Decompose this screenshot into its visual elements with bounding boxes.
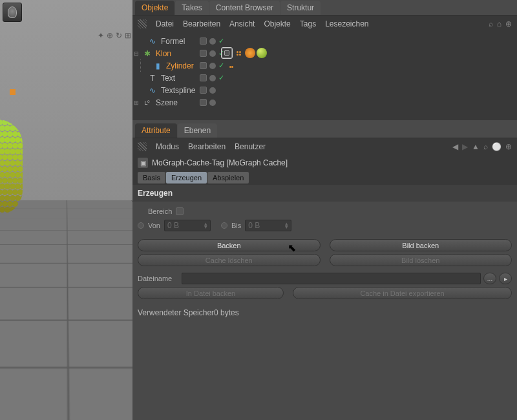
cache-export-button[interactable]: Cache in Datei exportieren [293, 287, 512, 299]
tree-item-formel[interactable]: Formel [160, 37, 185, 46]
vis-flag[interactable] [209, 50, 216, 57]
layer-flag[interactable] [200, 99, 207, 106]
bis-field[interactable]: 0 B▴▾ [245, 220, 291, 231]
vis-flag[interactable] [209, 38, 216, 45]
sub-tab-erzeugen[interactable]: Erzeugen [166, 172, 207, 184]
cloner-object-render [0, 120, 23, 215]
nav-icon-3[interactable]: ↻ [116, 31, 122, 40]
tab-layers[interactable]: Ebenen [178, 123, 217, 138]
label-von: Von [148, 222, 160, 229]
menu-file[interactable]: Datei [156, 19, 174, 28]
enable-flag[interactable]: ✓ [218, 74, 224, 82]
menu-mode[interactable]: Modus [156, 142, 179, 151]
menu-objects[interactable]: Objekte [264, 19, 290, 28]
menu-edit[interactable]: Bearbeiten [188, 142, 226, 151]
child-tag-icon[interactable] [229, 61, 233, 70]
tab-objects[interactable]: Objekte [135, 1, 174, 15]
vis-flag[interactable] [209, 63, 216, 69]
von-radio[interactable] [138, 222, 144, 229]
bulb-icon [8, 6, 17, 18]
hatch-icon[interactable] [138, 142, 147, 151]
bild-backen-button[interactable]: Bild backen [330, 239, 512, 251]
vis-flag[interactable] [209, 100, 216, 106]
menu-user[interactable]: Benutzer [235, 142, 266, 151]
search-icon[interactable]: ⌕ [483, 142, 488, 151]
nav-fwd-icon[interactable]: ▶ [462, 142, 468, 151]
label-bereich: Bereich [148, 207, 172, 215]
nav-back-icon[interactable]: ◀ [452, 142, 458, 151]
tab-content-browser[interactable]: Content Browser [209, 1, 280, 15]
tree-item-zylinder[interactable]: Zylinder [165, 61, 194, 70]
menu-bookmarks[interactable]: Lesezeichen [325, 19, 368, 28]
sub-tab-basis[interactable]: Basis [138, 172, 165, 184]
viewport-3d[interactable]: ✦ ⊕ ↻ ⊞ [0, 0, 132, 420]
material-tag-icon[interactable] [257, 48, 267, 58]
mograph-cache-tag-icon[interactable] [222, 48, 232, 58]
new-icon[interactable]: ⊕ [505, 142, 512, 151]
nav-up-icon[interactable]: ▲ [472, 142, 480, 151]
layer-flag[interactable] [200, 37, 207, 45]
spline-icon: ∿ [147, 86, 158, 95]
tree-item-szene[interactable]: Szene [154, 98, 178, 107]
layer-flag[interactable] [200, 74, 207, 81]
expander-icon[interactable]: ⊟ [132, 50, 140, 57]
object-tree[interactable]: ∿ Formel ✓ ⊟ ✱ Klon ✓ ▮ Zylinder ✓ T Tex… [132, 32, 517, 120]
nav-icon-1[interactable]: ✦ [98, 31, 104, 40]
viewport-corner-icons[interactable]: ✦ ⊕ ↻ ⊞ [98, 31, 131, 40]
layer-flag[interactable] [200, 87, 207, 94]
attribute-tab-bar: Attribute Ebenen [132, 123, 517, 138]
tab-takes[interactable]: Takes [175, 1, 208, 15]
objects-menubar: Datei Bearbeiten Ansicht Objekte Tags Le… [132, 16, 517, 32]
layer-flag[interactable] [200, 62, 207, 69]
cloner-icon: ✱ [142, 49, 153, 58]
expand-icon[interactable]: ⊕ [505, 19, 512, 28]
label-dateiname: Dateiname [138, 275, 179, 282]
label-bis: Bis [231, 222, 241, 229]
expander-icon[interactable]: ⊞ [132, 100, 140, 106]
bild-loeschen-button[interactable]: Bild löschen [330, 254, 512, 266]
vis-flag[interactable] [209, 75, 216, 81]
menu-tags[interactable]: Tags [300, 19, 316, 28]
tree-item-textspline[interactable]: Textspline [160, 86, 195, 95]
menubar-icons: ⌕ ⌂ ⊕ [489, 19, 512, 28]
mograph-tag-icon[interactable] [245, 48, 255, 58]
sub-tab-abspielen[interactable]: Abspielen [207, 172, 249, 184]
tag-row [222, 48, 267, 58]
enable-flag[interactable]: ✓ [218, 37, 224, 45]
render-bulb-button[interactable] [3, 3, 22, 22]
open-button[interactable]: ▸ [499, 273, 512, 284]
nav-icon-2[interactable]: ⊕ [107, 31, 113, 40]
tree-item-klon[interactable]: Klon [154, 49, 171, 58]
lock-icon[interactable]: ⚪ [492, 142, 501, 151]
von-field[interactable]: 0 B▴▾ [164, 220, 211, 231]
nav-icon-4[interactable]: ⊞ [125, 31, 131, 40]
tab-attribute[interactable]: Attribute [135, 123, 177, 138]
dateiname-field[interactable] [182, 273, 481, 284]
backen-button[interactable]: Backen [138, 239, 321, 251]
bereich-checkbox[interactable] [176, 207, 184, 215]
attribute-sub-tabs: Basis Erzeugen Abspielen [132, 171, 517, 185]
objects-tab-bar: Objekte Takes Content Browser Struktur [132, 0, 517, 16]
effector-tag-icon[interactable] [233, 48, 244, 58]
in-datei-backen-button[interactable]: In Datei backen [138, 287, 284, 299]
attribute-menubar: Modus Bearbeiten Benutzer ◀ ▶ ▲ ⌕ ⚪ ⊕ [132, 138, 517, 155]
tag-header-icon: ▣ [138, 158, 148, 168]
menu-view[interactable]: Ansicht [229, 19, 255, 28]
menu-edit[interactable]: Bearbeiten [183, 19, 220, 28]
section-title: Erzeugen [132, 185, 517, 202]
vis-flag[interactable] [209, 87, 216, 94]
search-icon[interactable]: ⌕ [489, 19, 493, 28]
tab-structure[interactable]: Struktur [280, 1, 321, 15]
bis-radio[interactable] [221, 222, 227, 229]
hatch-icon[interactable] [138, 19, 147, 28]
home-icon[interactable]: ⌂ [497, 19, 501, 28]
memory-usage: Verwendeter Speicher0 bytes [132, 303, 517, 322]
layer-flag[interactable] [200, 50, 207, 57]
null-icon: L⁰ [142, 98, 153, 107]
browse-button[interactable]: ... [483, 273, 496, 284]
tree-item-text[interactable]: Text [160, 74, 175, 83]
manager-panel: Objekte Takes Content Browser Struktur D… [132, 0, 517, 420]
cache-loeschen-button[interactable]: Cache löschen [138, 254, 321, 266]
axis-indicator [10, 89, 16, 95]
enable-flag[interactable]: ✓ [218, 61, 224, 70]
